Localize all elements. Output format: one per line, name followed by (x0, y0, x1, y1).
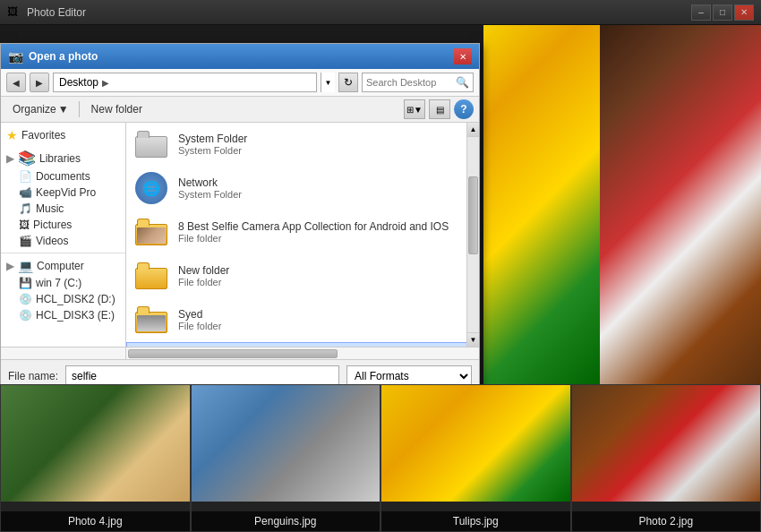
favorites-header[interactable]: ★ Favorites (1, 126, 125, 144)
file-item-selfie-collection[interactable]: 8 Best Selfie Camera App Collection for … (126, 210, 479, 254)
app-icon: 🖼 (7, 5, 21, 20)
file-item-network[interactable]: 🌐 Network System Folder (126, 167, 479, 210)
dialog-close-button[interactable]: ✕ (454, 48, 472, 64)
photo-thumbnails-strip: Photo 4.jpg Penguins.jpg Tulips.jpg Phot… (0, 384, 761, 532)
hscroll-sidebar-area (1, 348, 126, 359)
address-label: Desktop (59, 76, 98, 89)
scroll-down-button[interactable]: ▼ (467, 332, 479, 347)
favorites-label: Favorites (21, 129, 65, 142)
scroll-thumb[interactable] (468, 176, 478, 254)
new-folder-type: File folder (178, 277, 472, 287)
view-toggle-button[interactable]: ⊞▼ (404, 99, 425, 119)
photo4-label: Photo 4.jpg (1, 511, 190, 531)
computer-label: Computer (37, 260, 84, 272)
scroll-track[interactable] (467, 137, 479, 332)
documents-icon: 📄 (19, 170, 32, 183)
tulips-label: Tulips.jpg (381, 511, 570, 531)
new-folder-info: New folder File folder (178, 264, 472, 287)
file-item-new-folder[interactable]: New folder File folder (126, 254, 479, 298)
preview-button[interactable]: ▤ (429, 99, 450, 119)
search-box: 🔍 (362, 73, 474, 92)
syed-folder-info: Syed File folder (178, 308, 472, 331)
system-folder-type: System Folder (178, 145, 472, 156)
sidebar-item-videos[interactable]: 🎬 Videos (1, 233, 125, 249)
organize-button[interactable]: Organize ▼ (6, 100, 75, 118)
videos-icon: 🎬 (19, 235, 32, 247)
system-folder-name: System Folder (178, 133, 472, 145)
selfie-collection-type: File folder (178, 233, 472, 244)
file-item-syed[interactable]: Syed File folder (126, 298, 479, 342)
syed-folder-icon (133, 302, 169, 338)
videos-label: Videos (36, 235, 68, 247)
d-drive-icon: 💿 (19, 293, 32, 305)
selfie-collection-info: 8 Best Selfie Camera App Collection for … (178, 220, 472, 244)
network-info: Network System Folder (178, 176, 472, 200)
main-area: 📷 Open a photo ✕ ◀ ▶ Desktop ▶ ▼ ↻ (0, 25, 761, 384)
sidebar-item-c-drive[interactable]: 💾 win 7 (C:) (1, 275, 125, 291)
file-list: System Folder System Folder 🌐 Network (126, 123, 479, 347)
forward-button[interactable]: ▶ (30, 73, 49, 92)
scroll-up-button[interactable]: ▲ (467, 123, 479, 137)
penguins-label: Penguins.jpg (192, 511, 380, 531)
favorites-section: ★ Favorites (1, 126, 125, 144)
documents-label: Documents (36, 170, 90, 183)
close-button[interactable]: ✕ (734, 4, 754, 21)
new-folder-icon (133, 258, 169, 294)
selfie-collection-name: 8 Best Selfie Camera App Collection for … (178, 220, 472, 233)
photo2-label: Photo 2.jpg (572, 511, 761, 531)
computer-section: ▶ 💻 Computer 💾 win 7 (C:) 💿 HCL_DISK2 (D… (1, 257, 125, 323)
dialog-title-text: Open a photo (29, 50, 454, 63)
file-browser: ★ Favorites ▶ 📚 Libraries (1, 123, 479, 347)
pictures-label: Pictures (33, 219, 72, 231)
photo4-image (1, 385, 190, 502)
new-folder-button[interactable]: New folder (83, 100, 150, 118)
address-input[interactable]: Desktop ▶ (53, 73, 317, 92)
hscroll-thumb[interactable] (128, 349, 338, 358)
refresh-button[interactable]: ↻ (338, 73, 358, 92)
photo-thumb-tulips[interactable]: Tulips.jpg (380, 384, 571, 532)
system-folder-info: System Folder System Folder (178, 133, 472, 156)
sidebar-item-documents[interactable]: 📄 Documents (1, 168, 125, 184)
network-type: System Folder (178, 189, 472, 200)
c-drive-label: win 7 (C:) (36, 277, 81, 289)
search-icon: 🔍 (452, 76, 473, 89)
toolbar: Organize ▼ New folder ⊞▼ ▤ ? (1, 97, 479, 123)
sidebar-item-d-drive[interactable]: 💿 HCL_DISK2 (D:) (1, 291, 125, 307)
title-bar: 🖼 Photo Editor – □ ✕ (0, 0, 761, 25)
network-icon-img: 🌐 (135, 172, 167, 204)
minimize-button[interactable]: – (691, 4, 711, 21)
c-drive-icon: 💾 (19, 277, 32, 289)
sidebar-item-music[interactable]: 🎵 Music (1, 201, 125, 217)
e-drive-icon: 💿 (19, 309, 32, 322)
vertical-scrollbar[interactable]: ▲ ▼ (466, 123, 479, 347)
selfie-collection-icon (133, 214, 169, 250)
photo-thumb-2[interactable]: Photo 2.jpg (571, 384, 762, 532)
penguins-image (192, 385, 380, 502)
file-item-system-folder[interactable]: System Folder System Folder (126, 123, 479, 167)
photo-thumb-4[interactable]: Photo 4.jpg (0, 384, 191, 532)
dialog-overlay: 📷 Open a photo ✕ ◀ ▶ Desktop ▶ ▼ ↻ (0, 25, 761, 384)
file-item-selfie[interactable]: selfie JPEG Image 81.7 KB (126, 342, 479, 347)
search-input[interactable] (363, 77, 452, 88)
address-dropdown-arrow[interactable]: ▼ (321, 73, 335, 92)
organize-label: Organize (13, 103, 56, 116)
app-title: Photo Editor (27, 6, 691, 19)
open-photo-dialog: 📷 Open a photo ✕ ◀ ▶ Desktop ▶ ▼ ↻ (0, 43, 480, 427)
tulips-thumbnail (381, 385, 570, 502)
syed-folder-type: File folder (178, 321, 472, 331)
system-folder-icon (133, 126, 169, 162)
horizontal-scrollbar (1, 347, 479, 359)
sidebar-item-pictures[interactable]: 🖼 Pictures (1, 217, 125, 233)
photo-thumb-penguins[interactable]: Penguins.jpg (191, 384, 381, 532)
window-controls: – □ ✕ (691, 4, 754, 21)
sidebar: ★ Favorites ▶ 📚 Libraries (1, 123, 126, 347)
sidebar-item-e-drive[interactable]: 💿 HCL_DISK3 (E:) (1, 307, 125, 323)
computer-header[interactable]: ▶ 💻 Computer (1, 257, 125, 275)
help-button[interactable]: ? (454, 99, 474, 119)
music-label: Music (36, 202, 64, 215)
libraries-header[interactable]: ▶ 📚 Libraries (1, 148, 125, 168)
d-drive-label: HCL_DISK2 (D:) (36, 293, 115, 305)
maximize-button[interactable]: □ (713, 4, 732, 21)
back-button[interactable]: ◀ (6, 73, 26, 92)
sidebar-item-keepvid[interactable]: 📹 KeepVid Pro (1, 184, 125, 201)
